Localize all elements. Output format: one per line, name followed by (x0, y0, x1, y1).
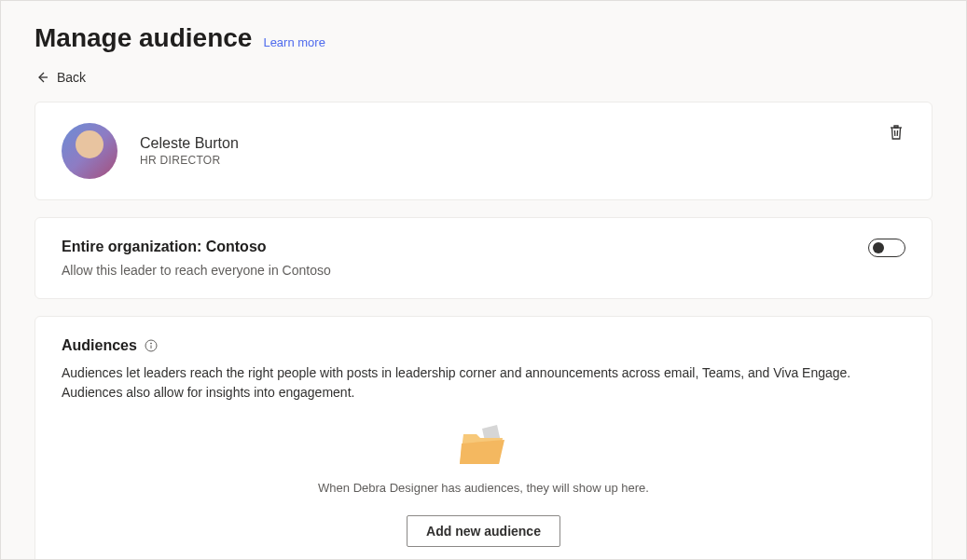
delete-icon[interactable] (887, 123, 905, 142)
organization-description: Allow this leader to reach everyone in C… (62, 263, 331, 278)
arrow-left-icon (35, 70, 49, 85)
audiences-description: Audiences let leaders reach the right pe… (62, 363, 905, 403)
audiences-title: Audiences (62, 337, 137, 354)
organization-toggle[interactable] (868, 239, 905, 257)
learn-more-link[interactable]: Learn more (263, 35, 325, 49)
page-title: Manage audience (35, 23, 252, 53)
person-info-wrapper: Celeste Burton HR DIRECTOR (62, 123, 239, 179)
back-label: Back (57, 70, 86, 85)
svg-point-1 (150, 343, 151, 344)
info-icon[interactable] (145, 339, 158, 352)
add-new-audience-button[interactable]: Add new audience (407, 515, 560, 547)
toggle-knob (873, 242, 884, 253)
person-title: HR DIRECTOR (140, 154, 239, 167)
person-card: Celeste Burton HR DIRECTOR (35, 102, 932, 200)
avatar (62, 123, 117, 179)
organization-title: Entire organization: Contoso (62, 239, 331, 255)
empty-state: When Debra Designer has audiences, they … (62, 421, 905, 547)
back-button[interactable]: Back (35, 70, 86, 85)
empty-state-text: When Debra Designer has audiences, they … (318, 481, 649, 495)
folder-icon (456, 421, 512, 468)
audiences-card: Audiences Audiences let leaders reach th… (35, 316, 932, 560)
person-name: Celeste Burton (140, 135, 239, 152)
organization-card: Entire organization: Contoso Allow this … (35, 217, 932, 299)
